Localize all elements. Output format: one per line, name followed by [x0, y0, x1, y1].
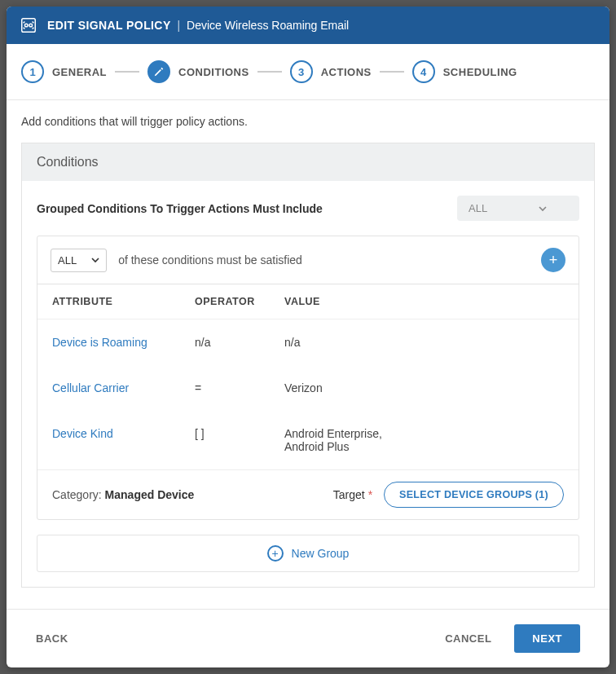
col-header-attribute: ATTRIBUTE — [52, 296, 195, 307]
panel-body: Grouped Conditions To Trigger Actions Mu… — [22, 181, 594, 587]
add-condition-button[interactable]: + — [541, 248, 565, 272]
modal-body: Add conditions that will trigger policy … — [7, 100, 609, 609]
category-label: Category: — [52, 488, 102, 501]
col-header-value: VALUE — [284, 296, 564, 307]
condition-group-footer: Category: Managed Device Target * SELECT… — [37, 469, 579, 519]
condition-group: ALL of these conditions must be satisfie… — [37, 236, 579, 520]
chevron-down-icon — [91, 256, 99, 264]
step-connector — [380, 71, 404, 73]
svg-point-1 — [24, 24, 28, 27]
condition-row: Device Kind [ ] Android Enterprise, Andr… — [37, 411, 579, 469]
instruction-text: Add conditions that will trigger policy … — [21, 115, 595, 128]
step-actions[interactable]: 3 ACTIONS — [290, 60, 372, 83]
condition-row: Device is Roaming n/a n/a — [37, 319, 579, 365]
operator-value: n/a — [195, 336, 284, 349]
modal-footer: BACK CANCEL NEXT — [7, 609, 609, 667]
cancel-button[interactable]: CANCEL — [445, 632, 491, 645]
match-all-dropdown[interactable]: ALL — [51, 249, 107, 272]
col-header-operator: OPERATOR — [195, 296, 284, 307]
pencil-icon — [153, 66, 165, 77]
select-device-groups-button[interactable]: SELECT DEVICE GROUPS (1) — [384, 482, 564, 508]
step-number: 3 — [290, 60, 313, 83]
category-wrap: Category: Managed Device — [52, 488, 194, 501]
next-button[interactable]: NEXT — [514, 624, 580, 653]
required-asterisk: * — [368, 488, 372, 501]
wizard-stepper: 1 GENERAL CONDITIONS 3 ACTIONS 4 SCHEDUL… — [7, 44, 609, 100]
attribute-link[interactable]: Cellular Carrier — [52, 381, 195, 394]
step-scheduling[interactable]: 4 SCHEDULING — [412, 60, 517, 83]
operator-value: [ ] — [195, 427, 284, 453]
attribute-link[interactable]: Device Kind — [52, 427, 195, 453]
step-number: 1 — [21, 60, 44, 83]
category-value: Managed Device — [105, 488, 195, 501]
step-connector — [257, 71, 282, 73]
modal-header: EDIT SIGNAL POLICY | Device Wireless Roa… — [7, 7, 609, 44]
plus-icon: + — [549, 252, 558, 269]
plus-circle-icon: + — [267, 545, 284, 562]
condition-value: n/a — [284, 336, 564, 349]
step-general[interactable]: 1 GENERAL — [21, 60, 107, 83]
group-match-value: ALL — [469, 202, 487, 214]
group-conditions-label: Grouped Conditions To Trigger Actions Mu… — [37, 202, 323, 215]
back-button[interactable]: BACK — [36, 632, 68, 645]
condition-value: Android Enterprise, Android Plus — [284, 427, 423, 453]
target-wrap: Target * SELECT DEVICE GROUPS (1) — [333, 482, 564, 508]
match-help-text: of these conditions must be satisfied — [118, 253, 302, 267]
target-label-wrap: Target * — [333, 488, 372, 501]
new-group-button[interactable]: + New Group — [37, 535, 579, 572]
step-number: 4 — [412, 60, 435, 83]
header-titles: EDIT SIGNAL POLICY | Device Wireless Roa… — [47, 19, 349, 32]
edit-signal-policy-modal: EDIT SIGNAL POLICY | Device Wireless Roa… — [7, 7, 609, 667]
header-separator: | — [178, 19, 181, 32]
condition-table-header: ATTRIBUTE OPERATOR VALUE — [37, 284, 579, 319]
attribute-link[interactable]: Device is Roaming — [52, 336, 195, 349]
conditions-panel: Conditions Grouped Conditions To Trigger… — [21, 143, 595, 588]
modal-title: EDIT SIGNAL POLICY — [47, 19, 171, 32]
svg-point-2 — [29, 24, 33, 27]
condition-value: Verizon — [284, 381, 564, 394]
condition-row: Cellular Carrier = Verizon — [37, 365, 579, 411]
condition-group-header: ALL of these conditions must be satisfie… — [37, 236, 579, 284]
group-match-dropdown[interactable]: ALL — [457, 196, 579, 221]
panel-title: Conditions — [22, 143, 594, 181]
match-value: ALL — [58, 254, 77, 267]
step-label: SCHEDULING — [443, 66, 517, 78]
modal-subtitle: Device Wireless Roaming Email — [187, 19, 349, 32]
step-connector — [115, 71, 139, 73]
step-label: ACTIONS — [321, 66, 372, 78]
chevron-down-icon — [539, 205, 547, 213]
operator-value: = — [195, 381, 284, 394]
target-label: Target — [333, 488, 365, 501]
policy-icon — [20, 16, 37, 34]
step-number-active — [147, 60, 170, 83]
group-header-row: Grouped Conditions To Trigger Actions Mu… — [37, 196, 579, 221]
step-label: CONDITIONS — [178, 66, 249, 78]
new-group-label: New Group — [292, 547, 350, 560]
step-conditions[interactable]: CONDITIONS — [147, 60, 249, 83]
step-label: GENERAL — [52, 66, 107, 78]
svg-rect-0 — [22, 19, 36, 33]
